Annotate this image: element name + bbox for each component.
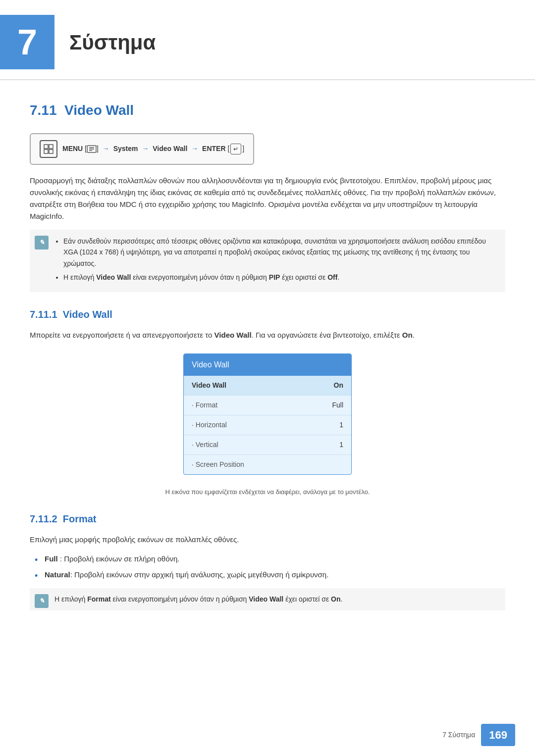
menu-path-text: MENU [] → System → Video Wall → ENTER [↵… [62,144,244,154]
note-icon-2: ✎ [35,594,49,608]
svg-rect-0 [44,145,48,149]
ui-menu-header: Video Wall [184,354,351,376]
intro-text: Προσαρμογή της διάταξης πολλαπλών οθονών… [30,175,505,222]
ui-menu-item-screenposition: · Screen Position [184,455,351,474]
ui-menu: Video Wall Video Wall On · Format Full ·… [183,353,352,475]
subsection-711-body: Μπορείτε να ενεργοποιήσετε ή να απενεργο… [30,329,505,341]
ui-menu-value-videowall: On [334,380,343,391]
ui-menu-value-format: Full [332,400,343,410]
note-box-1: ✎ Εάν συνδεθούν περισσότερες από τέσσερι… [30,230,505,292]
menu-icon [40,140,57,158]
footer-page-number: 169 [481,724,515,746]
main-content: 7.11 Video Wall MENU [] → System → Video… [0,100,535,657]
ui-menu-item-format: · Format Full [184,396,351,415]
ui-menu-label-horizontal: · Horizontal [192,420,227,430]
footer-chapter-label: 7 Σύστημα [442,730,475,740]
ui-menu-container: Video Wall Video Wall On · Format Full ·… [30,353,505,475]
note-box-2: ✎ Η επιλογή Format είναι ενεργοποιημένη … [30,588,505,610]
subsection-712-note: Η επιλογή Format είναι ενεργοποιημένη μό… [54,594,496,605]
svg-rect-1 [49,145,53,149]
bullet-natural: Natural: Προβολή εικόνων στην αρχική τιμ… [35,569,505,581]
note-list: Εάν συνδεθούν περισσότερες από τέσσερις … [54,236,496,283]
page-footer: 7 Σύστημα 169 [442,724,515,746]
ui-menu-label-screenposition: · Screen Position [192,459,244,470]
svg-rect-2 [44,150,48,153]
ui-menu-label-videowall: Video Wall [192,380,226,391]
ui-menu-item-horizontal: · Horizontal 1 [184,415,351,435]
image-caption: Η εικόνα που εμφανίζεται ενδέχεται να δι… [30,487,505,497]
menu-path-box: MENU [] → System → Video Wall → ENTER [↵… [30,133,254,165]
chapter-number: 7 [0,15,54,69]
ui-menu-label-format: · Format [192,400,217,410]
note-item-1: Εάν συνδεθούν περισσότερες από τέσσερις … [63,236,496,269]
ui-menu-item-videowall: Video Wall On [184,376,351,396]
bullet-full: Full : Προβολή εικόνων σε πλήρη οθόνη. [35,553,505,565]
ui-menu-label-vertical: · Vertical [192,440,218,450]
note-icon-1: ✎ [35,236,49,250]
subsection-712-body: Επιλογή μιας μορφής προβολής εικόνων σε … [30,534,505,546]
ui-menu-value-horizontal: 1 [339,420,343,430]
subsection-712-title: 7.11.2 Format [30,511,505,526]
ui-menu-item-vertical: · Vertical 1 [184,435,351,455]
ui-menu-value-vertical: 1 [339,440,343,450]
section-title: 7.11 Video Wall [30,100,505,121]
chapter-header: 7 Σύστημα [0,0,535,80]
note-item-2: Η επιλογή Video Wall είναι ενεργοποιημέν… [63,272,496,283]
subsection-711-title: 7.11.1 Video Wall [30,307,505,322]
svg-rect-3 [49,150,53,153]
format-bullet-list: Full : Προβολή εικόνων σε πλήρη οθόνη. N… [30,553,505,581]
enter-icon: ↵ [230,144,241,154]
chapter-title: Σύστημα [69,27,156,58]
